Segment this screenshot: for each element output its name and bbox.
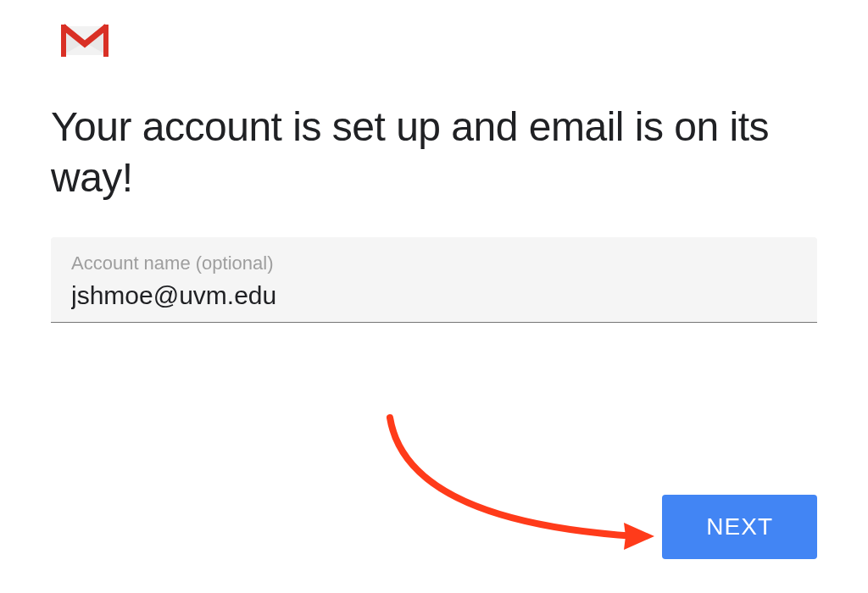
annotation-arrow-icon — [356, 411, 678, 563]
svg-marker-5 — [624, 523, 654, 550]
svg-rect-4 — [103, 25, 108, 57]
page-title: Your account is set up and email is on i… — [51, 102, 814, 203]
setup-confirmation-screen: Your account is set up and email is on i… — [0, 0, 868, 593]
gmail-icon — [59, 21, 110, 59]
svg-rect-3 — [61, 25, 66, 57]
account-name-input[interactable] — [71, 281, 797, 310]
next-button[interactable]: NEXT — [662, 495, 817, 559]
account-name-field-container[interactable]: Account name (optional) — [51, 237, 817, 323]
account-name-label: Account name (optional) — [71, 252, 797, 274]
